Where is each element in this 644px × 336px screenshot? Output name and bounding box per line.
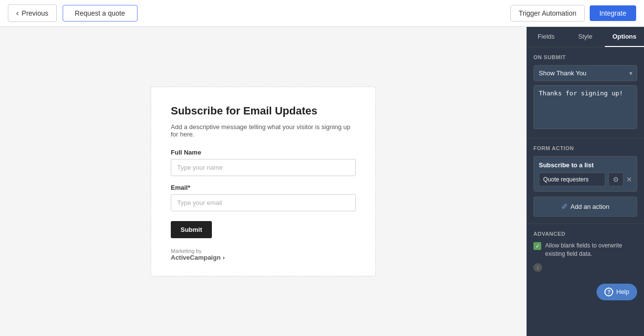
previous-button[interactable]: ‹ Previous <box>8 4 57 22</box>
panel-tabs: Fields Style Options <box>527 27 644 47</box>
help-label: Help <box>616 288 629 295</box>
brand-name: ActiveCampaign <box>171 254 221 261</box>
on-submit-section: On Submit Show Thank You Redirect ▾ Than… <box>527 47 644 138</box>
form-action-title: Form Action <box>533 145 574 151</box>
full-name-label: Full Name <box>171 149 356 156</box>
help-btn-wrap: ? Help <box>527 279 644 305</box>
tab-style[interactable]: Style <box>566 27 605 47</box>
form-card: Subscribe for Email Updates Add a descri… <box>151 87 376 276</box>
on-submit-title: On Submit <box>533 54 637 60</box>
action-card-row: Quote requesters ⚙ × <box>539 173 632 186</box>
form-action-header: Form Action <box>533 145 637 151</box>
form-subtitle: Add a descriptive message telling what y… <box>171 123 356 138</box>
add-action-label: Add an action <box>571 203 610 210</box>
allow-blank-label: Allow blank fields to overwrite existing… <box>545 242 637 258</box>
action-close-button[interactable]: × <box>626 175 632 184</box>
submit-button[interactable]: Submit <box>171 221 212 238</box>
on-submit-dropdown-wrapper: Show Thank You Redirect ▾ <box>533 65 637 81</box>
page-title-badge: Request a quote <box>63 5 138 22</box>
help-circle-icon: ? <box>604 288 613 296</box>
topbar-right: Trigger Automation Integrate <box>510 5 636 22</box>
on-submit-select[interactable]: Show Thank You Redirect <box>533 65 637 81</box>
canvas-area: Subscribe for Email Updates Add a descri… <box>0 27 527 336</box>
previous-label: Previous <box>22 9 48 17</box>
plus-circle-icon: ✐ <box>561 202 568 211</box>
help-button[interactable]: ? Help <box>597 284 637 300</box>
brand-arrow-icon: › <box>223 254 225 261</box>
marketing-footer: Marketing by ActiveCampaign › <box>171 248 356 261</box>
right-panel: Fields Style Options On Submit Show Than… <box>527 27 644 336</box>
trigger-automation-button[interactable]: Trigger Automation <box>510 5 585 22</box>
info-icon[interactable]: i <box>533 263 542 272</box>
email-label: Email* <box>171 184 356 191</box>
topbar-left: ‹ Previous Request a quote <box>8 4 138 22</box>
form-action-section: Form Action Subscribe to a list Quote re… <box>527 138 644 224</box>
email-input[interactable] <box>171 194 356 211</box>
brand-row: ActiveCampaign › <box>171 254 356 261</box>
advanced-title: Advanced <box>533 231 637 237</box>
back-arrow-icon: ‹ <box>16 9 19 18</box>
full-name-group: Full Name <box>171 149 356 176</box>
integrate-button[interactable]: Integrate <box>590 5 636 21</box>
add-action-button[interactable]: ✐ Add an action <box>533 197 637 217</box>
tab-options[interactable]: Options <box>605 27 644 47</box>
marketing-by-text: Marketing by <box>171 248 202 254</box>
tab-fields[interactable]: Fields <box>527 27 566 47</box>
subscribe-label: Subscribe to a list <box>539 161 632 169</box>
form-title: Subscribe for Email Updates <box>171 105 356 117</box>
advanced-section: Advanced ✓ Allow blank fields to overwri… <box>527 224 644 279</box>
page-title: Request a quote <box>75 9 125 17</box>
action-card: Subscribe to a list Quote requesters ⚙ × <box>533 156 637 192</box>
full-name-input[interactable] <box>171 159 356 176</box>
list-select[interactable]: Quote requesters <box>539 173 605 186</box>
action-gear-button[interactable]: ⚙ <box>608 173 623 186</box>
topbar: ‹ Previous Request a quote Trigger Autom… <box>0 0 644 27</box>
allow-blank-row: ✓ Allow blank fields to overwrite existi… <box>533 242 637 258</box>
main-layout: Subscribe for Email Updates Add a descri… <box>0 27 644 336</box>
allow-blank-checkbox[interactable]: ✓ <box>533 242 541 250</box>
email-group: Email* <box>171 184 356 211</box>
thank-you-textarea[interactable]: Thanks for signing up! <box>533 85 637 129</box>
